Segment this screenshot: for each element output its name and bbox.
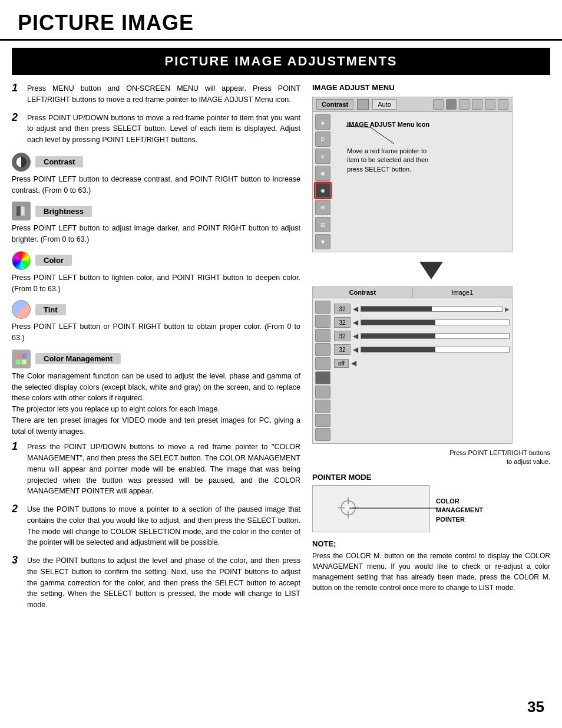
menu-body: ▲ D ※ ◉ ◉ ⊞ ▤ ▼ IMAGE ADJUST Menu icon [313,112,512,252]
svg-rect-6 [22,360,27,364]
menu-main-area: IMAGE ADJUST Menu icon Move a red frame … [335,114,510,249]
brightness-row: Brightness [12,202,300,220]
contrast-row: Contrast [12,153,300,172]
page-number: 35 [527,698,544,716]
menu2-body: 32 ◀ ▶ 32 ◀ 32 [313,298,512,443]
menu2-off-label: off [334,359,349,368]
cm-step-2: 2 Use the POINT buttons to move a pointe… [12,504,300,548]
menu-icon-3 [459,99,470,110]
menu-auto-btn: Auto [372,99,396,110]
cm-step-1-number: 1 [12,440,22,453]
color-mgmt-desc: The Color management function can be use… [12,371,300,437]
menu2-sidebar [315,301,332,441]
contrast-desc: Press POINT LEFT button to decrease cont… [12,174,300,196]
note-text: Press the COLOR M. button on the remote … [312,551,550,593]
menu2-top-bar: Contrast Image1 [313,287,512,298]
step-2-number: 2 [12,111,22,124]
menu2-sidebar-7 [315,386,330,398]
svg-line-8 [371,127,394,144]
menu2-bar-fill-3 [361,334,435,338]
menu-icons-row [433,99,508,110]
menu2-contrast-tab: Contrast [313,287,413,298]
menu-sidebar-item-3: ※ [315,149,330,164]
adjust-note: Press POINT LEFT/RIGHT buttons to adjust… [312,449,550,467]
menu2-arrow-5: ◀ [351,359,356,367]
step-1-number: 1 [12,82,22,94]
menu-icon-small [357,99,369,110]
menu-sidebar: ▲ D ※ ◉ ◉ ⊞ ▤ ▼ [315,114,332,249]
svg-rect-2 [21,206,25,216]
svg-rect-5 [16,360,21,364]
menu-sidebar-item-1: ▲ [315,114,330,130]
menu2-sidebar-4 [315,343,330,356]
pointer-mode-wrapper: COLOR MANAGEMENT POINTER [312,485,513,532]
color-mgmt-label: Color Management [35,353,121,364]
svg-rect-3 [16,354,21,358]
color-mgmt-icon [12,350,31,368]
menu2-arrow-1: ◀ [353,305,358,313]
menu2-row-1: 32 ◀ ▶ [334,303,510,315]
step-1-text: Press MENU button and ON-SCREEN MENU wil… [27,83,300,106]
menu2-sidebar-1 [315,301,330,314]
color-row: Color [12,251,300,270]
menu2-bar-2 [361,319,510,325]
menu2-value-4: 32 [334,344,351,355]
step-2: 2 Press POINT UP/DOWN buttons to move a … [12,113,300,146]
page-title: PICTURE IMAGE [0,0,562,41]
menu2-value-3: 32 [334,331,351,341]
menu2-bar-fill-1 [361,307,432,311]
menu2-bar-fill-4 [361,347,435,352]
cm-step-3-text: Use the POINT buttons to adjust the leve… [27,555,300,611]
move-annotation: Move a red frame pointer to item to be s… [347,147,428,174]
note-section: NOTE; Press the COLOR M. button on the r… [312,539,550,593]
menu-sidebar-item-5: ◉ [315,183,330,198]
step-2-text: Press POINT UP/DOWN buttons to move a re… [27,113,300,146]
arrow-down-container [312,259,550,282]
menu-icon-5 [485,99,495,110]
contrast-label: Contrast [35,156,83,167]
menu-top-bar: Contrast Auto [313,97,512,112]
contrast-icon [12,153,31,172]
menu2-sidebar-3 [315,329,330,342]
pointer-mode-box [312,485,430,532]
menu-icon-4 [472,99,482,110]
tint-icon [12,300,31,319]
menu2-row-4: 32 ◀ [334,344,510,355]
menu2-image-tab: Image1 [413,287,513,298]
pointer-line-svg [313,486,429,532]
menu2-sidebar-10 [315,428,330,441]
menu-contrast-tab: Contrast [316,99,353,110]
cm-step-2-text: Use the POINT buttons to move a pointer … [27,504,300,548]
pointer-mode-label: COLOR MANAGEMENT POINTER [436,497,483,524]
color-label: Color [35,255,72,266]
menu2-sidebar-6 [315,371,330,384]
menu-icon-2 [446,99,457,110]
image-adjust-menu-mockup: Contrast Auto ▲ D ※ ◉ [312,97,513,252]
color-management-section: Color Management The Color management fu… [12,350,300,611]
menu2-sidebar-8 [315,400,330,413]
section-header: PICTURE IMAGE ADJUSTMENTS [12,48,550,75]
menu2-rows: 32 ◀ ▶ 32 ◀ 32 [334,301,510,441]
menu2-arrow-4: ◀ [353,345,358,354]
color-icon [12,251,31,270]
menu2-arrow-2: ◀ [353,318,358,327]
cm-step-1: 1 Press the POINT UP/DOWN buttons to mov… [12,442,300,497]
menu-annotations: IMAGE ADJUST Menu icon Move a red frame … [335,114,510,209]
cm-step-3-number: 3 [12,554,22,566]
menu2-bar-4 [361,347,510,353]
color-mgmt-row: Color Management [12,350,300,368]
menu-sidebar-item-6: ⊞ [315,200,330,215]
menu2-value-2: 32 [334,317,351,328]
menu2-bar-right-1: ▶ [505,306,510,312]
brightness-desc: Press POINT LEFT button to adjust image … [12,223,300,245]
image-adjust-menu-title: IMAGE ADJUST MENU [312,83,550,92]
brightness-icon [12,202,31,220]
left-column: 1 Press MENU button and ON-SCREEN MENU w… [12,75,300,618]
svg-rect-1 [16,206,21,216]
menu2-row-5: off ◀ [334,357,510,369]
svg-rect-4 [22,354,27,358]
tint-desc: Press POINT LEFT button or POINT RIGHT b… [12,321,300,344]
menu2-row-2: 32 ◀ [334,317,510,328]
menu-sidebar-item-4: ◉ [315,166,330,181]
menu2-sidebar-9 [315,414,330,427]
